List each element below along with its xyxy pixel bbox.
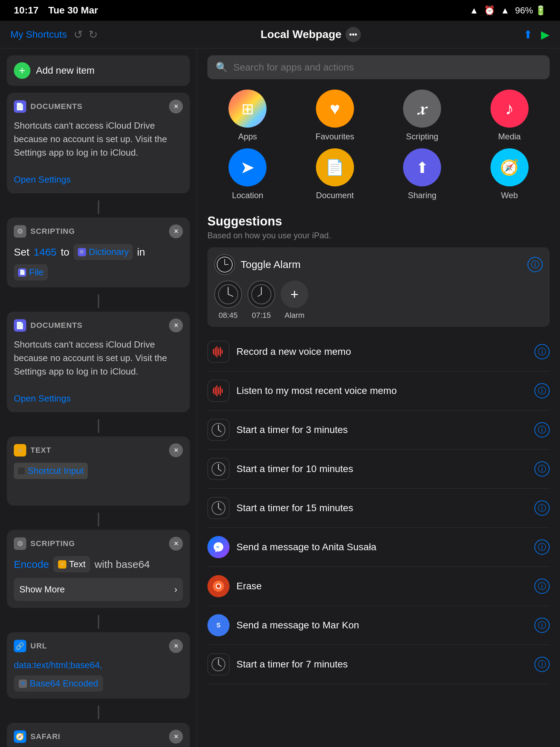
scripting-icon2: ⚙ xyxy=(14,537,26,550)
suggestion-listen-voice[interactable]: Listen to my most recent voice memo ⓘ xyxy=(207,371,550,411)
open-settings-link2[interactable]: Open Settings xyxy=(14,393,71,404)
set-word: Set xyxy=(14,244,29,260)
category-document[interactable]: 📄 Document xyxy=(295,148,375,200)
card-body: Shortcuts can't access iCloud Drive beca… xyxy=(14,119,183,186)
shortcut-input-badge[interactable]: Shortcut Input xyxy=(14,463,88,479)
file-badge-icon: 📄 xyxy=(18,268,26,277)
nav-left-group: My Shortcuts ↺ ↻ xyxy=(10,28,98,41)
svg-rect-17 xyxy=(216,385,217,396)
base64-badge-label: Base64 Encoded xyxy=(30,677,98,690)
dictionary-badge[interactable]: ⚙ Dictionary xyxy=(74,244,133,260)
show-more-button[interactable]: Show More › xyxy=(14,578,183,601)
card-close-button[interactable]: ✕ xyxy=(169,730,183,744)
back-arrow-icon[interactable]: ↺ xyxy=(74,28,83,41)
divider xyxy=(98,615,99,629)
category-web[interactable]: 🧭 Web xyxy=(469,148,550,200)
alarm-time-0845[interactable]: 08:45 xyxy=(214,280,242,320)
timer-10-info-button[interactable]: ⓘ xyxy=(534,461,550,477)
svg-line-26 xyxy=(218,469,221,471)
back-button[interactable]: My Shortcuts xyxy=(10,29,67,40)
status-time-date: 10:17 Tue 30 Mar xyxy=(14,5,98,16)
card-close-button[interactable]: ✕ xyxy=(169,319,183,332)
url-text: data:text/html;base64, xyxy=(14,658,102,672)
card-type-text: URL xyxy=(30,642,47,651)
timer-3-info-button[interactable]: ⓘ xyxy=(534,422,550,437)
suggestion-timer-7[interactable]: Start a timer for 7 minutes ⓘ xyxy=(207,645,550,684)
erase-info-button[interactable]: ⓘ xyxy=(534,579,550,594)
sharing-circle: ⬆ xyxy=(403,148,441,186)
suggestion-msg-markon[interactable]: S Send a message to Mar Kon ⓘ xyxy=(207,606,550,645)
suggestion-erase[interactable]: Erase ⓘ xyxy=(207,567,550,606)
suggestion-timer-10[interactable]: Start a timer for 10 minutes ⓘ xyxy=(207,450,550,489)
category-scripting[interactable]: 𝒙 Scripting xyxy=(382,90,463,141)
category-media[interactable]: ♪ Media xyxy=(469,90,550,141)
card-close-button[interactable]: ✕ xyxy=(169,537,183,551)
category-sharing[interactable]: ⬆ Sharing xyxy=(382,148,463,200)
timer-7-info-button[interactable]: ⓘ xyxy=(534,657,550,672)
suggestion-timer-15[interactable]: Start a timer for 15 minutes ⓘ xyxy=(207,489,550,528)
open-settings-link[interactable]: Open Settings xyxy=(14,174,71,185)
card-text1: ≡ TEXT ✕ Shortcut Input xyxy=(7,436,190,506)
battery-indicator: 96% 🔋 xyxy=(515,5,546,16)
suggestion-record-voice[interactable]: Record a new voice memo ⓘ xyxy=(207,332,550,371)
card-type-label: 🔗 URL xyxy=(14,640,47,652)
file-badge-label: File xyxy=(29,266,44,279)
play-button[interactable]: ▶ xyxy=(541,28,550,41)
suggestion-left: Start a timer for 10 minutes xyxy=(207,458,353,480)
right-panel: 🔍 ⊞ Apps ♥ Favourites 𝒙 Scrip xyxy=(197,48,560,747)
search-icon: 🔍 xyxy=(216,62,228,73)
location-label: Location xyxy=(232,191,263,200)
clock-face-0715 xyxy=(248,280,275,308)
toggle-alarm-info-button[interactable]: ⓘ xyxy=(528,257,543,272)
search-input[interactable] xyxy=(233,62,541,73)
category-location[interactable]: ➤ Location xyxy=(207,148,288,200)
svg-rect-15 xyxy=(213,388,214,394)
docs-icon: 📄 xyxy=(14,100,26,113)
msg-anita-label: Send a message to Anita Susała xyxy=(236,541,376,553)
base64-badge[interactable]: ⚙ Base64 Encoded xyxy=(14,675,103,692)
divider xyxy=(98,513,99,526)
nav-right-group: ⬆ ▶ xyxy=(523,28,550,41)
voice-memo-record-icon xyxy=(207,341,230,363)
card-header: 📄 DOCUMENTS ✕ xyxy=(14,319,183,332)
card-close-button[interactable]: ✕ xyxy=(169,639,183,653)
share-icon[interactable]: ⬆ xyxy=(523,28,533,41)
apps-label: Apps xyxy=(238,132,257,141)
card-close-button[interactable]: ✕ xyxy=(169,100,183,113)
url-icon: 🔗 xyxy=(14,640,26,652)
card-type-text: DOCUMENTS xyxy=(30,321,83,330)
add-alarm-button[interactable]: + xyxy=(281,280,308,308)
more-button[interactable]: ••• xyxy=(346,27,361,42)
suggestion-left: Start a timer for 3 minutes xyxy=(207,419,348,441)
card-docs2: 📄 DOCUMENTS ✕ Shortcuts can't access iCl… xyxy=(7,312,190,412)
add-alarm-item[interactable]: + Alarm xyxy=(281,280,308,320)
alarm-time-label-0715: 07:15 xyxy=(252,311,271,320)
file-badge[interactable]: 📄 File xyxy=(14,264,48,280)
card-close-button[interactable]: ✕ xyxy=(169,224,183,238)
music-note-icon: ♪ xyxy=(505,99,514,119)
listen-voice-info-button[interactable]: ⓘ xyxy=(534,383,550,398)
forward-arrow-icon[interactable]: ↻ xyxy=(88,28,98,41)
suggestion-msg-anita[interactable]: Send a message to Anita Susała ⓘ xyxy=(207,528,550,567)
card-type-text: TEXT xyxy=(30,446,51,455)
alarm-icon: ⏰ xyxy=(484,5,495,16)
category-apps[interactable]: ⊞ Apps xyxy=(207,90,288,141)
timer-15-info-button[interactable]: ⓘ xyxy=(534,500,550,516)
msg-anita-info-button[interactable]: ⓘ xyxy=(534,540,550,555)
msg-markon-info-button[interactable]: ⓘ xyxy=(534,618,550,633)
add-new-item-button[interactable]: + Add new item xyxy=(7,55,190,86)
record-voice-label: Record a new voice memo xyxy=(236,345,351,358)
svg-rect-14 xyxy=(222,350,223,354)
category-favourites[interactable]: ♥ Favourites xyxy=(295,90,375,141)
suggestion-timer-3[interactable]: Start a timer for 3 minutes ⓘ xyxy=(207,411,550,450)
card-close-button[interactable]: ✕ xyxy=(169,443,183,457)
sharing-label: Sharing xyxy=(408,191,437,200)
card-type-label: 📄 DOCUMENTS xyxy=(14,319,83,332)
location-arrow-icon: ➤ xyxy=(240,157,255,177)
record-voice-info-button[interactable]: ⓘ xyxy=(534,344,550,359)
text-badge[interactable]: ≡ Text xyxy=(53,556,91,572)
search-bar[interactable]: 🔍 xyxy=(207,55,550,79)
alarm-time-0715[interactable]: 07:15 xyxy=(248,280,275,320)
text-icon: ≡ xyxy=(14,444,26,456)
card-url1: 🔗 URL ✕ data:text/html;base64, ⚙ Base64 … xyxy=(7,632,190,699)
